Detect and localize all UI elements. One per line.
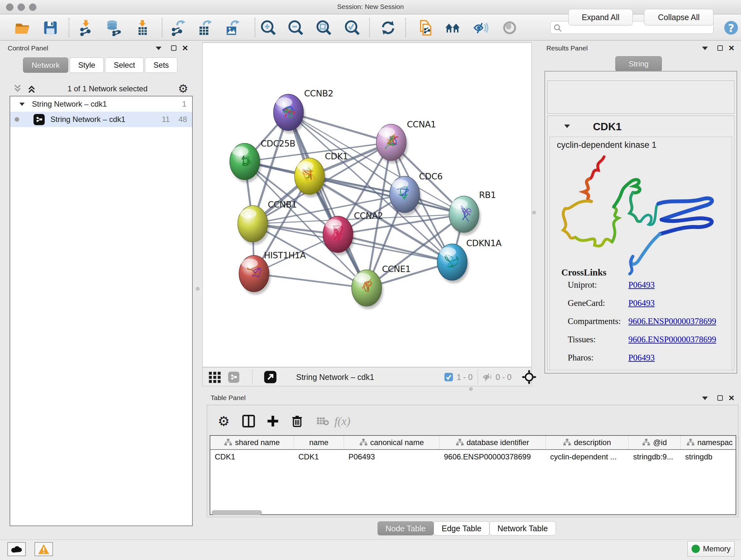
collapse-all-icon[interactable]: [12, 83, 23, 94]
export-network-icon: [170, 19, 186, 36]
node-label-CDC25B: CDC25B: [261, 138, 295, 148]
column-header-name[interactable]: name: [294, 436, 344, 449]
import-table-button[interactable]: [133, 18, 152, 37]
help-button[interactable]: ?: [722, 18, 740, 37]
table-panel-close-button[interactable]: ✕: [728, 395, 735, 401]
export-table-button[interactable]: [195, 18, 213, 37]
save-session-button[interactable]: [41, 18, 60, 37]
crosslink-row: GeneCard:P06493: [568, 298, 655, 308]
grid-icon: [208, 370, 222, 384]
table-options-button[interactable]: ⚙: [215, 413, 232, 429]
string-network-graph[interactable]: CCNB2CCNA1CDC25BCDK1CDC6RB1CCNB1CCNA2CDK…: [203, 43, 531, 367]
expand-all-icon[interactable]: [26, 83, 37, 94]
fit-selected-button[interactable]: [522, 370, 536, 384]
memory-button[interactable]: Memory: [687, 541, 735, 557]
zoom-in-button[interactable]: [259, 18, 278, 37]
left-splitter-grip[interactable]: [196, 287, 199, 291]
zoom-fit-button[interactable]: [315, 18, 333, 37]
string-home-button[interactable]: [443, 18, 462, 37]
collapse-all-button[interactable]: Collapse All: [644, 9, 714, 25]
zoom-out-icon: [287, 19, 304, 36]
gear-icon[interactable]: ⚙: [178, 82, 188, 96]
import-table-icon: [134, 19, 151, 36]
open-session-button[interactable]: [13, 18, 31, 37]
column-header--id[interactable]: @id: [629, 436, 681, 449]
import-network-icon: [78, 19, 94, 36]
save-floppy-icon: [43, 20, 58, 36]
table-panel-float-button[interactable]: [718, 395, 723, 401]
node-label-CCNE1: CCNE1: [382, 264, 411, 274]
toolbar-separator: [255, 18, 255, 37]
eye-slash-icon: [482, 371, 494, 383]
export-network-button[interactable]: [169, 18, 187, 37]
network-overview-button[interactable]: [228, 370, 239, 384]
tab-string[interactable]: String: [615, 56, 662, 71]
crosslink-link[interactable]: P06493: [628, 280, 655, 290]
horizontal-splitter-grip[interactable]: [469, 387, 473, 391]
column-header-shared-name[interactable]: shared name: [210, 436, 294, 449]
open-in-window-button[interactable]: [263, 370, 277, 384]
horizontal-scrollbar[interactable]: [212, 510, 262, 515]
zoom-out-button[interactable]: [286, 18, 305, 37]
selected-checkbox[interactable]: [444, 370, 454, 384]
column-header-namespac[interactable]: namespac: [681, 436, 739, 449]
tab-sets[interactable]: Sets: [145, 57, 178, 73]
show-columns-button[interactable]: [240, 413, 257, 429]
network-label: String Network – cdk1: [51, 115, 125, 124]
tab-style[interactable]: Style: [70, 57, 104, 73]
show-graphics-button[interactable]: [500, 18, 519, 37]
results-panel-close-button[interactable]: ✕: [728, 45, 735, 51]
cloud-button[interactable]: [7, 542, 26, 556]
gene-description: cyclin-dependent kinase 1: [557, 140, 657, 150]
birdseye-toggle-button[interactable]: [208, 370, 222, 384]
delete-column-button[interactable]: [289, 413, 306, 429]
tab-network-table[interactable]: Network Table: [489, 521, 556, 536]
tab-node-table[interactable]: Node Table: [378, 521, 434, 536]
table-body: CDK1CDK1P064939606.ENSP00000378699cyclin…: [210, 450, 736, 464]
node-label-CDC6: CDC6: [419, 172, 443, 181]
column-header-label: name: [309, 438, 328, 447]
network-collection-row[interactable]: String Network – cdk1 1: [10, 97, 192, 112]
warning-button[interactable]: [35, 542, 53, 556]
export-image-button[interactable]: [223, 18, 241, 37]
control-panel-collapse-button[interactable]: [156, 47, 161, 50]
eye-icon: [502, 20, 517, 36]
table-cell: CDK1: [294, 450, 344, 464]
column-header-description[interactable]: description: [546, 436, 629, 449]
toolbar-separator: [69, 18, 69, 37]
external-link-icon: [263, 370, 277, 384]
crosslink-link[interactable]: 9606.ENSP00000378699: [628, 334, 716, 344]
float-icon: [171, 45, 177, 51]
tab-select[interactable]: Select: [105, 57, 144, 73]
memory-label: Memory: [703, 544, 731, 553]
add-column-button[interactable]: [265, 413, 281, 429]
crosslink-link[interactable]: P06493: [628, 353, 655, 362]
crosslink-link[interactable]: P06493: [628, 298, 655, 308]
import-network-from-database-button[interactable]: [104, 18, 123, 37]
right-splitter-grip[interactable]: [532, 211, 536, 214]
zoom-selected-button[interactable]: [343, 18, 361, 37]
clone-network-button[interactable]: [416, 18, 434, 37]
table-row[interactable]: CDK1CDK1P064939606.ENSP00000378699cyclin…: [210, 450, 736, 464]
refresh-button[interactable]: [379, 18, 397, 37]
results-panel-collapse-button[interactable]: [702, 47, 708, 50]
protein-structure-image: [553, 151, 732, 279]
tab-edge-table[interactable]: Edge Table: [434, 521, 489, 536]
control-panel-float-button[interactable]: [171, 45, 177, 51]
crosslink-row: Uniprot:P06493: [568, 280, 655, 290]
column-header-canonical-name[interactable]: canonical name: [344, 436, 440, 449]
import-network-button[interactable]: [77, 18, 95, 37]
control-panel-close-button[interactable]: ✕: [182, 45, 188, 51]
network-row[interactable]: String Network – cdk1 11 48: [10, 112, 192, 127]
results-panel-float-button[interactable]: [718, 45, 723, 51]
expand-all-button[interactable]: Expand All: [568, 9, 633, 25]
hide-graphics-button[interactable]: [472, 18, 490, 37]
table-panel-collapse-button[interactable]: [702, 396, 708, 400]
crosslink-row: Compartments:9606.ENSP00000378699: [568, 316, 716, 326]
network-canvas[interactable]: CCNB2CCNA1CDC25BCDK1CDC6RB1CCNB1CCNA2CDK…: [202, 43, 532, 367]
crosslink-link[interactable]: 9606.ENSP00000378699: [628, 316, 716, 326]
tab-network[interactable]: Network: [23, 57, 68, 73]
column-header-database-identifier[interactable]: database identifier: [440, 436, 546, 449]
tree-icon: [563, 438, 571, 447]
gene-section-collapse[interactable]: [564, 125, 570, 128]
